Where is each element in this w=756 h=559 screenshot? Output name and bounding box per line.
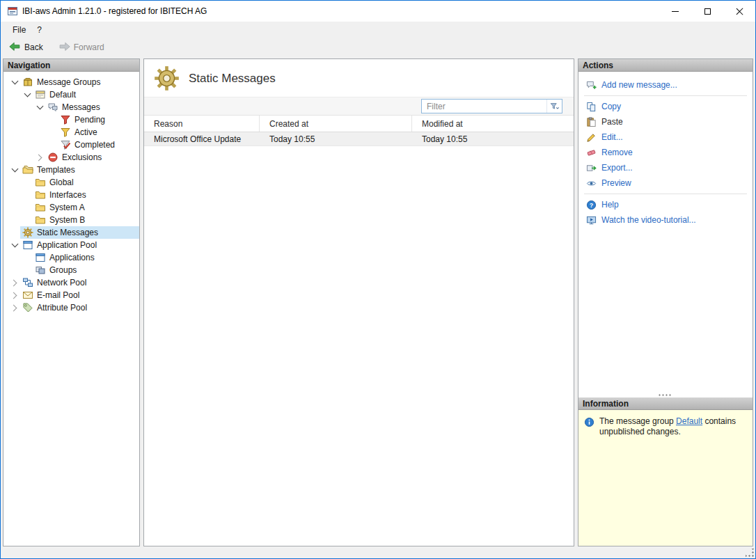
column-header-modified-at[interactable]: Modified at (412, 116, 574, 132)
messages-icon (47, 102, 58, 113)
nav-item-default[interactable]: Default (3, 88, 139, 101)
actions-info-splitter[interactable] (578, 392, 753, 397)
chevron-right-icon[interactable] (9, 302, 20, 313)
separator (584, 95, 747, 96)
action-label: Add new message... (601, 80, 677, 90)
resize-grip[interactable] (746, 549, 755, 558)
chevron-down-icon[interactable] (9, 164, 20, 175)
action-watch-video-tutorial[interactable]: Watch the video-tutorial... (578, 212, 753, 228)
back-button[interactable]: Back (6, 39, 46, 56)
action-paste[interactable]: Paste (578, 114, 753, 129)
nav-item-pending[interactable]: Pending (3, 113, 139, 126)
nav-item-exclusions[interactable]: Exclusions (3, 151, 139, 164)
paste-icon (586, 117, 597, 127)
groups-icon (35, 265, 46, 276)
nav-item-global[interactable]: Global (3, 176, 139, 189)
nav-item-label: Static Messages (37, 228, 98, 237)
gear-icon (22, 227, 33, 238)
nav-item-applications[interactable]: Applications (3, 251, 139, 264)
title-bar: IBI-aws Admin 1.21.0 - registered for IB… (1, 1, 755, 22)
action-export[interactable]: Export... (578, 160, 753, 175)
chevron-down-icon[interactable] (22, 89, 33, 100)
action-label: Export... (601, 163, 633, 173)
nav-item-label: Global (49, 178, 74, 187)
default-group-link[interactable]: Default (676, 416, 702, 426)
nav-item-messages[interactable]: Messages (3, 101, 139, 113)
maximize-icon (704, 8, 711, 15)
nav-item-message-groups[interactable]: Message Groups (3, 76, 139, 88)
navigation-tree: Message Groups Default Messages Pending (3, 72, 139, 546)
maximize-button[interactable] (691, 1, 723, 22)
chevron-down-icon[interactable] (9, 239, 20, 251)
funnel-yellow-icon (60, 127, 71, 138)
application-icon (35, 252, 46, 263)
menu-file[interactable]: File (7, 23, 31, 37)
cell-created-at: Today 10:55 (260, 132, 412, 145)
action-preview[interactable]: Preview (578, 175, 753, 191)
grip-dots-icon (659, 394, 672, 396)
chevron-down-icon[interactable] (34, 102, 45, 113)
info-text-before: The message group (599, 416, 676, 426)
filter-input[interactable] (422, 102, 546, 111)
nav-item-groups[interactable]: Groups (3, 264, 139, 276)
close-icon (736, 8, 743, 15)
menu-help[interactable]: ? (31, 23, 47, 37)
cell-modified-at: Today 10:55 (412, 132, 574, 145)
folder-icon (35, 177, 46, 188)
forward-button[interactable]: Forward (56, 39, 107, 56)
content-header: Static Messages (144, 59, 574, 97)
application-icon (22, 239, 33, 251)
nav-item-system-b[interactable]: System B (3, 214, 139, 226)
nav-item-active[interactable]: Active (3, 126, 139, 139)
folder-icon (35, 202, 46, 213)
chevron-right-icon[interactable] (34, 152, 45, 163)
forward-label: Forward (74, 42, 104, 52)
nav-item-application-pool[interactable]: Application Pool (3, 239, 139, 251)
chevron-right-icon[interactable] (9, 290, 20, 301)
nav-item-label: E-mail Pool (37, 290, 79, 300)
info-icon (584, 417, 594, 427)
nav-item-network-pool[interactable]: Network Pool (3, 276, 139, 289)
minimize-button[interactable] (659, 1, 691, 22)
actions-header: Actions (578, 59, 753, 72)
filter-funnel-icon[interactable] (546, 100, 562, 113)
nav-item-label: Completed (74, 140, 115, 150)
table-row[interactable]: Microsoft Office Update Today 10:55 Toda… (144, 132, 574, 146)
nav-item-label: Groups (49, 265, 77, 275)
window-controls (659, 1, 755, 22)
nav-item-label: Messages (62, 102, 100, 112)
group-default-icon (35, 89, 46, 100)
nav-item-static-messages[interactable]: Static Messages (3, 226, 139, 239)
chevron-right-icon[interactable] (9, 277, 20, 288)
action-help[interactable]: ? Help (578, 197, 753, 212)
action-label: Copy (601, 102, 621, 111)
action-edit[interactable]: Edit... (578, 129, 753, 145)
column-header-created-at[interactable]: Created at (260, 116, 412, 132)
close-button[interactable] (723, 1, 755, 22)
nav-item-completed[interactable]: Completed (3, 139, 139, 151)
nav-item-label: Pending (74, 115, 105, 125)
nav-item-system-a[interactable]: System A (3, 201, 139, 214)
status-bar (1, 548, 755, 558)
nav-item-email-pool[interactable]: E-mail Pool (3, 289, 139, 301)
column-header-reason[interactable]: Reason (144, 116, 260, 132)
action-remove[interactable]: Remove (578, 145, 753, 160)
right-sidebar: Actions Add new message... Copy Paste (578, 58, 753, 546)
forward-arrow-icon (58, 40, 70, 54)
action-label: Edit... (601, 132, 623, 142)
page-title: Static Messages (189, 72, 276, 86)
information-text: The message group Default contains unpub… (599, 416, 747, 437)
action-copy[interactable]: Copy (578, 99, 753, 114)
email-icon (22, 290, 33, 301)
actions-panel: Add new message... Copy Paste Edit... (578, 72, 753, 397)
back-arrow-icon (9, 40, 21, 54)
nav-item-label: Applications (49, 253, 95, 262)
nav-item-attribute-pool[interactable]: Attribute Pool (3, 301, 139, 314)
nav-item-interfaces[interactable]: Interfaces (3, 189, 139, 201)
nav-item-templates[interactable]: Templates (3, 164, 139, 176)
nav-toolbar: Back Forward (1, 38, 755, 57)
video-icon (586, 215, 597, 226)
export-icon (586, 163, 597, 173)
action-add-new-message[interactable]: Add new message... (578, 77, 753, 93)
chevron-down-icon[interactable] (9, 77, 20, 88)
